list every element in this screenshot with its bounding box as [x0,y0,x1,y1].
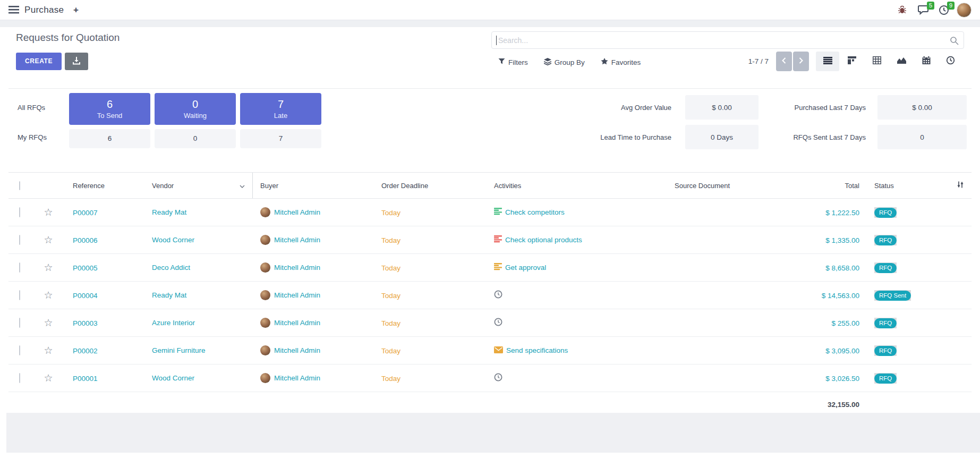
rfq-reference-link[interactable]: P00006 [73,236,98,244]
activity-cell[interactable]: Check optional products [476,235,662,245]
pager-next-button[interactable] [793,52,809,71]
column-header-status[interactable]: Status [864,182,949,190]
hamburger-menu-icon[interactable] [8,6,19,16]
favorite-star-icon[interactable]: ☆ [44,207,53,218]
app-menu-purchase[interactable]: Purchase [24,0,64,20]
activity-cell[interactable] [476,290,662,301]
status-badge-label: RFQ [874,208,897,218]
buyer-avatar [260,207,270,217]
rfq-reference-link[interactable]: P00005 [73,264,98,272]
row-checkbox[interactable] [19,318,20,328]
task-list-icon [494,263,502,273]
favorite-star-icon[interactable]: ☆ [44,317,53,328]
row-checkbox[interactable] [19,290,20,300]
activity-cell[interactable] [476,318,662,328]
column-header-reference[interactable]: Reference [62,182,147,190]
vendor-link[interactable]: Wood Corner [152,374,194,382]
calendar-view-button[interactable] [915,52,938,71]
row-checkbox[interactable] [19,207,20,217]
vendor-link[interactable]: Azure Interior [152,319,195,327]
table-row[interactable]: ☆ P00005 Deco Addict Mitchell Admin Toda… [8,254,972,282]
list-view-button[interactable] [816,52,839,71]
vendor-link[interactable]: Ready Mat [152,291,186,299]
graph-view-button[interactable] [890,52,913,71]
column-header-buyer[interactable]: Buyer [253,182,370,190]
rfq-reference-link[interactable]: P00004 [73,292,98,300]
new-tab-icon[interactable]: + [73,0,79,20]
column-header-source-document[interactable]: Source Document [662,182,803,190]
stat-late[interactable]: 7 Late [240,93,321,125]
activity-label[interactable]: Get approval [505,264,546,272]
favorites-label: Favorites [611,58,641,66]
favorites-menu-button[interactable]: Favorites [601,58,641,66]
vendor-link[interactable]: Gemini Furniture [152,346,206,354]
my-late-count[interactable]: 7 [240,129,321,148]
optional-columns-button[interactable] [949,181,972,190]
table-row[interactable]: ☆ P00003 Azure Interior Mitchell Admin T… [8,309,972,337]
pager-range: 1-7 / 7 [729,53,769,70]
kanban-view-button[interactable] [840,52,864,71]
favorite-star-icon[interactable]: ☆ [44,234,53,245]
vendor-link[interactable]: Ready Mat [152,208,186,216]
buyer-link[interactable]: Mitchell Admin [274,264,320,272]
export-download-button[interactable] [65,53,88,70]
order-deadline: Today [381,319,400,327]
column-header-total[interactable]: Total [803,182,864,190]
row-checkbox[interactable] [19,262,20,273]
activity-cell[interactable]: Send specifications [476,346,662,355]
rfq-reference-link[interactable]: P00001 [73,375,98,383]
filters-menu-button[interactable]: Filters [498,58,528,66]
favorite-star-icon[interactable]: ☆ [44,262,53,273]
debug-bug-icon[interactable] [898,5,907,16]
funnel-icon [498,58,505,66]
rfq-reference-link[interactable]: P00007 [73,209,98,217]
pager-previous-button[interactable] [776,52,792,71]
stat-to-send[interactable]: 6 To Send [69,93,150,125]
buyer-link[interactable]: Mitchell Admin [274,208,320,216]
column-header-order-deadline[interactable]: Order Deadline [370,182,476,190]
favorite-star-icon[interactable]: ☆ [44,345,53,356]
activity-label[interactable]: Send specifications [506,346,568,354]
my-to-send-count[interactable]: 6 [69,129,150,148]
buyer-link[interactable]: Mitchell Admin [274,374,320,382]
activity-cell[interactable]: Get approval [476,263,662,273]
buyer-link[interactable]: Mitchell Admin [274,291,320,299]
activity-cell[interactable] [476,373,662,384]
buyer-link[interactable]: Mitchell Admin [274,319,320,327]
table-row[interactable]: ☆ P00004 Ready Mat Mitchell Admin Today … [8,282,972,309]
activity-label[interactable]: Check optional products [505,236,582,244]
row-checkbox[interactable] [19,235,20,245]
favorite-star-icon[interactable]: ☆ [44,290,53,301]
buyer-link[interactable]: Mitchell Admin [274,236,320,244]
stat-waiting[interactable]: 0 Waiting [155,93,236,125]
chevron-down-icon[interactable] [240,182,245,190]
group-by-menu-button[interactable]: Group By [544,58,585,67]
table-row[interactable]: ☆ P00006 Wood Corner Mitchell Admin Toda… [8,226,972,254]
rfq-reference-link[interactable]: P00002 [73,347,98,355]
activity-label[interactable]: Check competitors [505,208,565,216]
buyer-avatar [260,345,270,355]
column-header-activities[interactable]: Activities [476,182,662,190]
table-row[interactable]: ☆ P00007 Ready Mat Mitchell Admin Today … [8,199,972,226]
favorite-star-icon[interactable]: ☆ [44,372,53,384]
create-button[interactable]: CREATE [16,53,62,70]
table-row[interactable]: ☆ P00001 Wood Corner Mitchell Admin Toda… [8,364,972,392]
column-header-vendor[interactable]: Vendor [147,173,253,198]
row-checkbox[interactable] [19,373,20,383]
my-waiting-count[interactable]: 0 [155,129,236,148]
row-checkbox[interactable] [19,345,20,355]
activity-cell[interactable]: Check competitors [476,208,662,217]
search-input[interactable] [492,32,964,48]
rfq-reference-link[interactable]: P00003 [73,319,98,327]
table-row[interactable]: ☆ P00002 Gemini Furniture Mitchell Admin… [8,337,972,364]
vendor-link[interactable]: Deco Addict [152,264,190,272]
pivot-view-icon [873,56,881,66]
pivot-view-button[interactable] [865,52,889,71]
activity-view-button[interactable] [939,52,962,71]
vendor-link[interactable]: Wood Corner [152,236,194,244]
buyer-link[interactable]: Mitchell Admin [274,346,320,354]
all-rfqs-stats: 6 To Send 0 Waiting 7 Late [69,93,321,125]
user-avatar[interactable] [957,3,972,18]
search-icon[interactable] [950,36,959,47]
select-all-checkbox[interactable] [19,181,20,190]
